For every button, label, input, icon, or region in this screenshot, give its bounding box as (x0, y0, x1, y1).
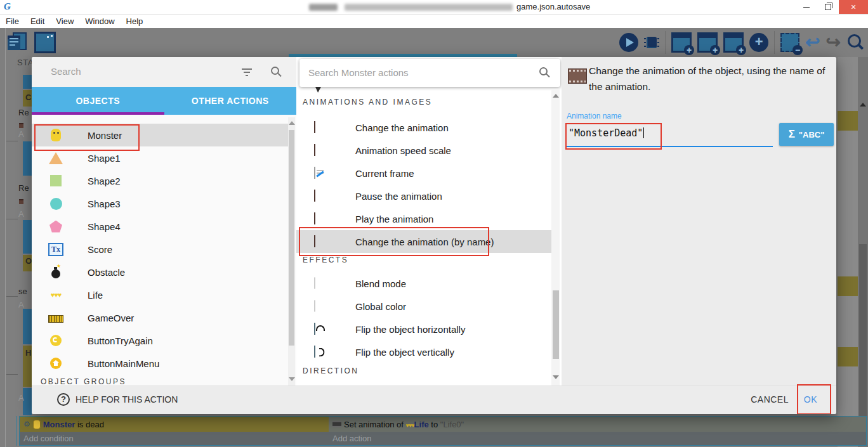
action-object-name: Life (414, 420, 429, 429)
action-search-input[interactable]: Search Monster actions (308, 67, 409, 78)
action-value: "Life0" (440, 420, 464, 429)
add-condition-link[interactable]: Add condition (20, 432, 329, 445)
action-row-flip-vertically[interactable]: Flip the object vertically (296, 340, 551, 363)
actions-panel: Search Monster actions ANIMATIONS AND IM… (296, 57, 562, 385)
section-direction-header: DIRECTION (303, 366, 359, 375)
object-search-input[interactable]: Search (51, 66, 81, 77)
action-row-current-frame[interactable]: Current frame (296, 162, 551, 185)
action-row-blend-mode[interactable]: Blend mode (296, 272, 551, 295)
redacted-title-segment (345, 4, 513, 11)
undo-icon[interactable]: ↩ (805, 33, 820, 52)
event-conditions-cell[interactable]: ⚙ Monster is dead Add condition (20, 417, 329, 445)
scrollbar-thumb[interactable] (859, 244, 867, 434)
debug-icon[interactable] (644, 34, 659, 51)
objects-scrollbar[interactable] (288, 117, 295, 385)
triangle-icon (48, 152, 63, 164)
action-row-pause-animation[interactable]: Pause the animation (296, 185, 551, 207)
search-icon[interactable] (271, 67, 282, 77)
object-search-bar[interactable]: Search (32, 57, 296, 87)
object-row-obstacle[interactable]: Obstacle (32, 261, 289, 283)
actions-scrollbar[interactable] (551, 89, 560, 385)
bomb-icon (48, 266, 63, 278)
close-button[interactable]: × (839, 0, 868, 14)
pentagon-icon (48, 221, 63, 233)
tab-other-actions[interactable]: OTHER ACTIONS (164, 87, 297, 115)
tab-objects[interactable]: OBJECTS (32, 87, 164, 115)
play-icon[interactable] (619, 33, 638, 52)
title-bar: Ǥ game.json.autosave × (0, 0, 868, 15)
action-search-bar[interactable]: Search Monster actions (299, 59, 560, 87)
action-detail-panel: Change the animation of the object, usin… (562, 57, 836, 385)
action-row-global-color[interactable]: Global color (296, 295, 551, 318)
event-tree-tick (6, 374, 18, 375)
action-row-change-animation[interactable]: Change the animation (296, 116, 551, 139)
minimize-button[interactable] (796, 0, 817, 14)
event-tree-tick (6, 141, 18, 141)
object-row-buttonmainmenu[interactable]: ButtonMainMenu (32, 352, 289, 375)
add-object-icon[interactable]: + (671, 32, 692, 53)
restore-icon (825, 4, 831, 10)
selected-event-row[interactable]: ⚙ Monster is dead Add condition Set anim… (19, 416, 867, 446)
scrollbar-thumb[interactable] (553, 290, 559, 359)
remove-event-icon[interactable]: − (780, 33, 799, 52)
action-description: Change the animation of the object, usin… (589, 63, 833, 94)
scroll-up-icon[interactable] (860, 103, 866, 107)
add-icon[interactable]: + (749, 33, 768, 52)
event-text-fragment: Re (18, 108, 29, 117)
object-row-life[interactable]: ♥♥♥ Life (32, 283, 289, 306)
scroll-down-icon[interactable] (553, 375, 559, 379)
object-row-gameover[interactable]: GameOver (32, 306, 289, 329)
action-text-middle: to (429, 420, 440, 429)
menu-edit[interactable]: Edit (25, 16, 50, 26)
menu-file[interactable]: File (0, 16, 25, 26)
hearts-icon: ♥♥♥ (48, 291, 63, 299)
cancel-button[interactable]: CANCEL (751, 394, 789, 405)
search-events-icon[interactable] (846, 33, 864, 52)
film-icon (314, 190, 315, 202)
event-actions-cell[interactable]: Set animation of ♥♥♥Life to "Life0" Add … (329, 417, 866, 445)
add-event-icon[interactable]: + (723, 32, 744, 53)
film-icon (314, 145, 315, 156)
object-row-score[interactable]: Tx Score (32, 238, 289, 261)
sigma-icon: Σ (789, 128, 795, 141)
redo-icon[interactable]: ↪ (826, 33, 841, 52)
scroll-down-icon[interactable] (289, 377, 295, 381)
life-object-icon: ♥♥♥ (406, 422, 414, 429)
event-text-fragment: A (18, 393, 24, 403)
toolbar-separator (774, 31, 775, 54)
event-sheet-scrollbar[interactable] (858, 57, 868, 447)
action-row-flip-horizontally[interactable]: Flip the object horizontally (296, 318, 551, 340)
palette-icon (314, 278, 315, 289)
add-action-link[interactable]: Add action (329, 432, 866, 445)
filter-icon[interactable] (242, 68, 252, 76)
menu-help[interactable]: Help (121, 16, 149, 26)
scrollbar-thumb[interactable] (289, 130, 294, 346)
action-row-animation-speed-scale[interactable]: Animation speed scale (296, 139, 551, 162)
project-manager-icon[interactable] (8, 32, 27, 53)
menu-view[interactable]: View (50, 16, 79, 26)
section-animations-header: ANIMATIONS AND IMAGES (303, 98, 432, 107)
menu-window[interactable]: Window (79, 16, 120, 26)
event-indent-bar (23, 141, 32, 176)
help-for-this-action-link[interactable]: ? HELP FOR THIS ACTION (57, 393, 178, 406)
object-tabs: OBJECTS OTHER ACTIONS (32, 87, 296, 115)
event-indent-bar (23, 220, 32, 254)
event-indent-bar (23, 75, 32, 89)
object-row-shape3[interactable]: Shape3 (32, 192, 289, 215)
action-editor-dialog: Search OBJECTS OTHER ACTIONS Monster Sha… (32, 57, 836, 414)
retry-button-icon (48, 335, 63, 346)
objects-panel: Search OBJECTS OTHER ACTIONS Monster Sha… (32, 57, 296, 385)
event-text-fragment: H (25, 348, 31, 358)
add-scene-icon[interactable]: + (697, 32, 718, 53)
scene-editor-icon[interactable] (34, 32, 56, 53)
object-row-shape2[interactable]: Shape2 (32, 169, 289, 192)
restore-button[interactable] (817, 0, 839, 14)
event-text-fragment: C (25, 93, 31, 102)
scroll-up-icon[interactable] (289, 121, 295, 125)
scroll-up-icon[interactable] (553, 94, 559, 98)
expression-builder-button[interactable]: Σ "ABC" (779, 123, 834, 146)
event-indent-bar (23, 309, 32, 344)
action-text-before: Set animation of (344, 420, 406, 429)
object-row-buttontryagain[interactable]: ButtonTryAgain (32, 329, 289, 352)
object-row-shape4[interactable]: Shape4 (32, 215, 289, 238)
